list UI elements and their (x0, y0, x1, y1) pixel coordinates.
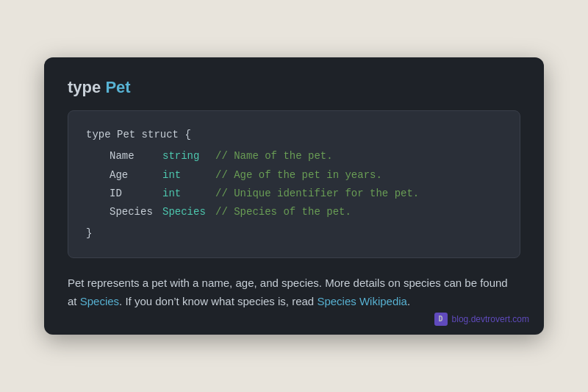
description-text: Pet represents a pet with a name, age, a… (68, 274, 520, 311)
type-name: Pet (105, 78, 130, 96)
field-row-id: ID int // Unique identifier for the pet. (86, 185, 502, 203)
field-name-age: Age (110, 166, 162, 185)
keyword-type: type (68, 78, 101, 96)
field-type-string: string (162, 147, 215, 165)
field-name-species: Species (110, 203, 162, 221)
code-block: type Pet struct { Name string // Name of… (68, 110, 520, 258)
desc-after: . (407, 295, 410, 307)
field-comment-age: // Age of the pet in years. (215, 166, 382, 185)
watermark-icon: D (434, 313, 448, 326)
struct-header-text: type Pet struct { (86, 126, 191, 144)
field-type-int-age: int (162, 166, 215, 185)
field-type-int-id: int (162, 185, 215, 203)
field-comment-name: // Name of the pet. (215, 147, 333, 165)
field-row-name: Name string // Name of the pet. (86, 147, 502, 165)
field-comment-id: // Unique identifier for the pet. (215, 185, 419, 203)
watermark-icon-text: D (439, 315, 443, 323)
field-type-species: Species (162, 203, 215, 221)
struct-footer-text: } (86, 224, 92, 243)
field-comment-species: // Species of the pet. (215, 203, 351, 221)
field-row-species: Species Species // Species of the pet. (86, 203, 502, 221)
watermark: D blog.devtrovert.com (434, 313, 529, 326)
field-row-age: Age int // Age of the pet in years. (86, 166, 502, 185)
desc-between: . If you don’t know what species is, rea… (119, 295, 317, 307)
species-link[interactable]: Species (80, 295, 119, 307)
species-wikipedia-link[interactable]: Species Wikipedia (317, 295, 407, 307)
field-name-name: Name (110, 147, 162, 165)
card-title: type Pet (68, 78, 520, 97)
struct-footer: } (86, 224, 502, 243)
watermark-domain: blog.devtrovert.com (452, 314, 529, 324)
struct-header: type Pet struct { (86, 126, 502, 144)
main-card: type Pet type Pet struct { Name string /… (44, 57, 544, 335)
field-name-id: ID (110, 185, 162, 203)
